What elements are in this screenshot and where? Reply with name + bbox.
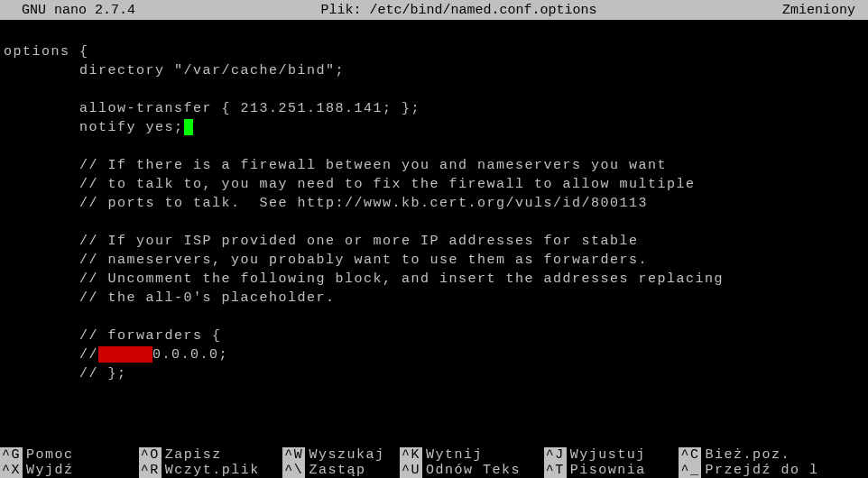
shortcut-label: Wytnij — [426, 447, 483, 463]
shortcut-label: Wyjustuj — [570, 447, 646, 463]
shortcut-label: Wczyt.plik — [165, 463, 260, 478]
shortcut-key: ^G — [0, 447, 23, 463]
editor-line — [4, 80, 864, 99]
shortcut-key: ^C — [679, 447, 701, 463]
shortcut-key: ^R — [139, 463, 162, 478]
shortcut-label: Pomoc — [26, 447, 74, 463]
editor-line: // Uncomment the following block, and in… — [4, 270, 864, 289]
shortcut-item[interactable]: ^\Zastąp — [282, 463, 400, 478]
shortcut-key: ^O — [139, 447, 162, 463]
shortcut-item[interactable]: ^XWyjdź — [0, 463, 139, 478]
editor-line: directory "/var/cache/bind"; — [4, 61, 864, 80]
shortcut-item[interactable]: ^JWyjustuj — [544, 447, 679, 463]
shortcut-item[interactable]: ^UOdnów Teks — [400, 463, 544, 478]
highlighted-block — [98, 346, 152, 363]
shortcut-label: Wyjdź — [26, 463, 74, 478]
editor-line: notify yes; — [4, 118, 864, 137]
shortcut-key: ^J — [544, 447, 567, 463]
editor-line: allow-transfer { 213.251.188.141; }; — [4, 99, 864, 118]
editor-line — [4, 23, 864, 42]
editor-line: // forwarders { — [4, 326, 864, 345]
shortcut-label: Wyszukaj — [309, 447, 384, 463]
shortcut-key: ^X — [0, 463, 23, 478]
shortcut-item[interactable]: ^OZapisz — [139, 447, 283, 463]
shortcut-key: ^\ — [282, 463, 305, 478]
shortcut-item[interactable]: ^_Przejdź do l — [679, 463, 868, 478]
shortcut-item[interactable]: ^GPomoc — [0, 447, 139, 463]
shortcut-item[interactable]: ^CBież.poz. — [679, 447, 868, 463]
file-path: Plik: /etc/bind/named.conf.options — [135, 3, 782, 18]
shortcut-label: Pisownia — [570, 463, 646, 478]
cursor — [184, 119, 193, 135]
editor-line: // nameservers, you probably want to use… — [4, 251, 864, 270]
shortcut-item[interactable]: ^RWczyt.plik — [139, 463, 283, 478]
editor-line: // If there is a firewall between you an… — [4, 156, 864, 175]
editor-line: // If your ISP provided one or more IP a… — [4, 232, 864, 251]
editor-line: // ports to talk. See http://www.kb.cert… — [4, 194, 864, 213]
editor-line — [4, 213, 864, 232]
shortcut-label: Zastąp — [309, 463, 365, 478]
editor-line — [4, 137, 864, 156]
shortcut-item[interactable]: ^KWytnij — [400, 447, 544, 463]
shortcut-key: ^K — [400, 447, 422, 463]
app-name: GNU nano 2.7.4 — [4, 3, 135, 18]
shortcut-label: Zapisz — [165, 447, 222, 463]
shortcut-label: Przejdź do l — [705, 463, 818, 478]
editor-content[interactable]: options { directory "/var/cache/bind"; a… — [0, 20, 868, 387]
shortcut-item[interactable]: ^WWyszukaj — [282, 447, 400, 463]
shortcut-label: Odnów Teks — [426, 463, 521, 478]
shortcut-bar: ^GPomoc^OZapisz^WWyszukaj^KWytnij^JWyjus… — [0, 447, 868, 478]
shortcut-item[interactable]: ^TPisownia — [544, 463, 679, 478]
editor-line: // }; — [4, 364, 864, 383]
modified-status: Zmieniony — [782, 3, 864, 18]
editor-line: // to talk to, you may need to fix the f… — [4, 175, 864, 194]
editor-line: options { — [4, 42, 864, 61]
shortcut-key: ^_ — [679, 463, 701, 478]
titlebar: GNU nano 2.7.4 Plik: /etc/bind/named.con… — [0, 0, 868, 20]
shortcut-key: ^W — [282, 447, 305, 463]
editor-line: //0.0.0.0; — [4, 345, 864, 364]
shortcut-key: ^U — [400, 463, 422, 478]
shortcut-label: Bież.poz. — [705, 447, 790, 463]
editor-line — [4, 308, 864, 326]
shortcut-key: ^T — [544, 463, 567, 478]
editor-line: // the all-0's placeholder. — [4, 289, 864, 308]
